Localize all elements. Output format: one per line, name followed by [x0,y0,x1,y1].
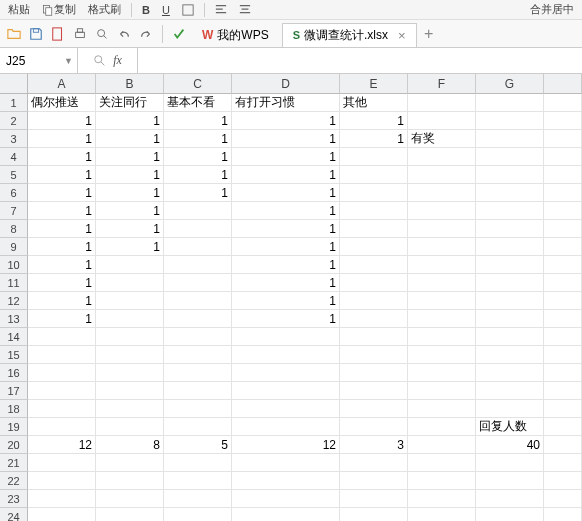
cell-G3[interactable] [476,130,544,148]
cell-A12[interactable]: 1 [28,292,96,310]
cell-G10[interactable] [476,256,544,274]
open-button[interactable] [4,24,24,44]
cell-D19[interactable] [232,418,340,436]
cell-A3[interactable]: 1 [28,130,96,148]
cell-G2[interactable] [476,112,544,130]
cell-A15[interactable] [28,346,96,364]
cell-G19[interactable]: 回复人数 [476,418,544,436]
cell-B10[interactable] [96,256,164,274]
cell-E5[interactable] [340,166,408,184]
cell-D2[interactable]: 1 [232,112,340,130]
cell-E3[interactable]: 1 [340,130,408,148]
cell-B5[interactable]: 1 [96,166,164,184]
cell-E16[interactable] [340,364,408,382]
col-header-D[interactable]: D [232,74,340,94]
cell-E8[interactable] [340,220,408,238]
cell-E9[interactable] [340,238,408,256]
cell-A9[interactable]: 1 [28,238,96,256]
cell-A22[interactable] [28,472,96,490]
row-header-11[interactable]: 11 [0,274,28,292]
bold-button[interactable]: B [138,1,154,19]
cell-D3[interactable]: 1 [232,130,340,148]
cell-B11[interactable] [96,274,164,292]
cell-C19[interactable] [164,418,232,436]
row-header-16[interactable]: 16 [0,364,28,382]
row-header-21[interactable]: 21 [0,454,28,472]
cell-F4[interactable] [408,148,476,166]
cell-D23[interactable] [232,490,340,508]
row-header-23[interactable]: 23 [0,490,28,508]
cell-E23[interactable] [340,490,408,508]
cell-E20[interactable]: 3 [340,436,408,454]
cell-A17[interactable] [28,382,96,400]
cell-G1[interactable] [476,94,544,112]
add-tab-button[interactable]: + [419,25,439,43]
merge-center-button[interactable]: 合并居中 [526,1,578,19]
cell-C2[interactable]: 1 [164,112,232,130]
cell-D18[interactable] [232,400,340,418]
cell-E6[interactable] [340,184,408,202]
cell-D16[interactable] [232,364,340,382]
cell-E4[interactable] [340,148,408,166]
cell-F22[interactable] [408,472,476,490]
cell-F15[interactable] [408,346,476,364]
row-header-4[interactable]: 4 [0,148,28,166]
cell-G14[interactable] [476,328,544,346]
cell-A11[interactable]: 1 [28,274,96,292]
cell-D12[interactable]: 1 [232,292,340,310]
cell-B8[interactable]: 1 [96,220,164,238]
cell-C3[interactable]: 1 [164,130,232,148]
cell-A20[interactable]: 12 [28,436,96,454]
copy-button[interactable]: 复制 [38,1,80,19]
cell-F21[interactable] [408,454,476,472]
cell-B9[interactable]: 1 [96,238,164,256]
cell-D11[interactable]: 1 [232,274,340,292]
cell-A8[interactable]: 1 [28,220,96,238]
cell-D22[interactable] [232,472,340,490]
cell-G21[interactable] [476,454,544,472]
cell-A18[interactable] [28,400,96,418]
cell-D9[interactable]: 1 [232,238,340,256]
cell-B7[interactable]: 1 [96,202,164,220]
cell-E1[interactable]: 其他 [340,94,408,112]
cell-D1[interactable]: 有打开习惯 [232,94,340,112]
cell-D14[interactable] [232,328,340,346]
row-header-24[interactable]: 24 [0,508,28,521]
cell-C18[interactable] [164,400,232,418]
cell-F20[interactable] [408,436,476,454]
cell-F14[interactable] [408,328,476,346]
col-header-E[interactable]: E [340,74,408,94]
row-header-10[interactable]: 10 [0,256,28,274]
row-header-14[interactable]: 14 [0,328,28,346]
row-header-1[interactable]: 1 [0,94,28,112]
cell-G9[interactable] [476,238,544,256]
row-header-13[interactable]: 13 [0,310,28,328]
cell-F12[interactable] [408,292,476,310]
select-all-corner[interactable] [0,74,28,94]
cell-E13[interactable] [340,310,408,328]
cell-D20[interactable]: 12 [232,436,340,454]
cell-F10[interactable] [408,256,476,274]
cell-B20[interactable]: 8 [96,436,164,454]
cell-F11[interactable] [408,274,476,292]
cell-F7[interactable] [408,202,476,220]
cell-B23[interactable] [96,490,164,508]
cell-C4[interactable]: 1 [164,148,232,166]
cell-F3[interactable]: 有奖 [408,130,476,148]
cell-E7[interactable] [340,202,408,220]
cell-A19[interactable] [28,418,96,436]
cell-B22[interactable] [96,472,164,490]
print-preview-button[interactable] [92,24,112,44]
cell-F6[interactable] [408,184,476,202]
cell-E21[interactable] [340,454,408,472]
cell-C14[interactable] [164,328,232,346]
cell-A23[interactable] [28,490,96,508]
row-header-3[interactable]: 3 [0,130,28,148]
cell-A24[interactable] [28,508,96,521]
cell-E2[interactable]: 1 [340,112,408,130]
cell-B19[interactable] [96,418,164,436]
row-header-22[interactable]: 22 [0,472,28,490]
cell-A13[interactable]: 1 [28,310,96,328]
cell-F5[interactable] [408,166,476,184]
row-header-17[interactable]: 17 [0,382,28,400]
